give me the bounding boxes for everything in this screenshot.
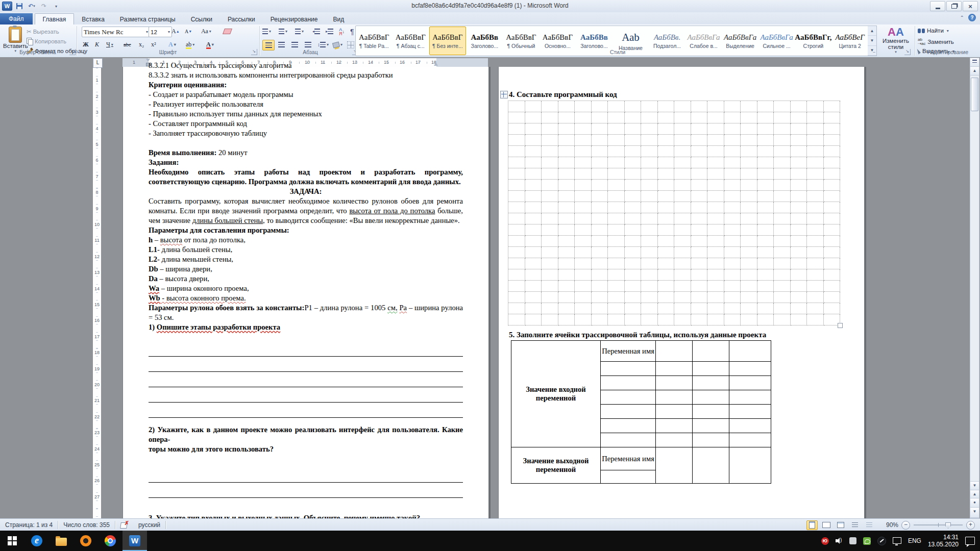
trace-cell[interactable] [656, 405, 693, 419]
grid-cell[interactable] [724, 213, 741, 224]
trace-cell[interactable] [601, 470, 656, 484]
minimize-ribbon-icon[interactable]: ⌃ [960, 15, 964, 20]
grid-cell[interactable] [575, 236, 592, 247]
grid-cell[interactable] [608, 292, 625, 303]
grid-cell[interactable] [542, 213, 558, 224]
grid-cell[interactable] [575, 157, 592, 168]
grid-cell[interactable] [757, 281, 774, 292]
grid-cell[interactable] [724, 157, 741, 168]
grid-cell[interactable] [575, 247, 592, 258]
trace-cell[interactable] [601, 362, 656, 376]
shading-button[interactable] [333, 40, 342, 49]
grid-cell[interactable] [558, 123, 575, 135]
grid-cell[interactable] [508, 123, 525, 135]
grid-cell[interactable] [691, 112, 708, 123]
grid-cell[interactable] [508, 269, 525, 281]
grid-cell[interactable] [558, 112, 575, 123]
grid-cell[interactable] [807, 168, 824, 180]
grid-cell[interactable] [608, 101, 625, 112]
grid-cell[interactable] [791, 146, 807, 157]
grid-cell[interactable] [691, 224, 708, 236]
grid-cell[interactable] [508, 146, 525, 157]
grid-cell[interactable] [641, 146, 658, 157]
grid-cell[interactable] [807, 123, 824, 135]
grid-cell[interactable] [641, 292, 658, 303]
trace-cell[interactable] [601, 419, 656, 433]
grid-cell[interactable] [691, 146, 708, 157]
trace-cell[interactable] [693, 447, 729, 484]
grid-cell[interactable] [824, 180, 841, 191]
highlight-button[interactable]: ab [186, 40, 194, 49]
grid-cell[interactable] [791, 258, 807, 269]
grid-cell[interactable] [674, 247, 691, 258]
nvidia-icon[interactable] [863, 537, 871, 545]
trace-cell[interactable] [729, 405, 771, 419]
grid-cell[interactable] [724, 146, 741, 157]
grid-cell[interactable] [741, 247, 757, 258]
grid-cell[interactable] [807, 314, 824, 325]
grid-cell[interactable] [707, 168, 724, 180]
grid-cell[interactable] [608, 112, 625, 123]
grid-cell[interactable] [757, 112, 774, 123]
grid-cell[interactable] [625, 314, 642, 325]
grid-cell[interactable] [608, 281, 625, 292]
grid-cell[interactable] [641, 236, 658, 247]
next-page-button[interactable]: ▼ [970, 508, 979, 518]
grid-cell[interactable] [724, 101, 741, 112]
grid-cell[interactable] [707, 202, 724, 213]
tab-2[interactable]: Вставка [74, 14, 112, 24]
grid-cell[interactable] [575, 123, 592, 135]
grid-cell[interactable] [741, 168, 757, 180]
grid-cell[interactable] [608, 213, 625, 224]
show-paragraph-marks-button[interactable]: ¶ [350, 27, 354, 36]
grid-cell[interactable] [707, 123, 724, 135]
grid-cell[interactable] [741, 269, 757, 281]
zoom-level[interactable]: 90% [886, 521, 898, 529]
grid-cell[interactable] [791, 157, 807, 168]
grid-cell[interactable] [757, 224, 774, 236]
grid-cell[interactable] [724, 247, 741, 258]
grid-cell[interactable] [774, 213, 791, 224]
grid-cell[interactable] [658, 191, 675, 202]
grid-cell[interactable] [741, 101, 757, 112]
grid-cell[interactable] [791, 281, 807, 292]
grid-cell[interactable] [575, 146, 592, 157]
grid-cell[interactable] [658, 314, 675, 325]
grid-cell[interactable] [824, 224, 841, 236]
grid-cell[interactable] [691, 135, 708, 146]
grid-cell[interactable] [592, 157, 608, 168]
grid-cell[interactable] [658, 135, 675, 146]
grid-cell[interactable] [807, 281, 824, 292]
grid-cell[interactable] [674, 157, 691, 168]
previous-page-button[interactable]: ▲ [970, 490, 979, 498]
grid-cell[interactable] [592, 180, 608, 191]
grid-cell[interactable] [508, 224, 525, 236]
grid-cell[interactable] [707, 281, 724, 292]
grid-cell[interactable] [658, 269, 675, 281]
grid-cell[interactable] [791, 314, 807, 325]
strikethrough-button[interactable]: abc [124, 40, 131, 49]
grid-cell[interactable] [791, 191, 807, 202]
grid-cell[interactable] [674, 236, 691, 247]
grid-cell[interactable] [508, 281, 525, 292]
grid-cell[interactable] [625, 292, 642, 303]
action-center-icon[interactable] [965, 537, 975, 545]
grid-cell[interactable] [774, 191, 791, 202]
grid-cell[interactable] [592, 202, 608, 213]
grid-cell[interactable] [791, 303, 807, 314]
replace-button[interactable]: ab⇢acЗаменить [918, 38, 954, 46]
grid-cell[interactable] [608, 224, 625, 236]
grid-cell[interactable] [691, 213, 708, 224]
grid-cell[interactable] [724, 112, 741, 123]
grid-cell[interactable] [691, 101, 708, 112]
trace-cell[interactable] [601, 376, 656, 390]
grid-cell[interactable] [592, 303, 608, 314]
grid-cell[interactable] [824, 157, 841, 168]
grid-cell[interactable] [542, 314, 558, 325]
grid-cell[interactable] [542, 180, 558, 191]
taskbar-chrome-button[interactable] [98, 531, 122, 551]
grid-cell[interactable] [724, 191, 741, 202]
grid-cell[interactable] [707, 314, 724, 325]
trace-cell[interactable] [693, 390, 729, 405]
grid-cell[interactable] [558, 202, 575, 213]
